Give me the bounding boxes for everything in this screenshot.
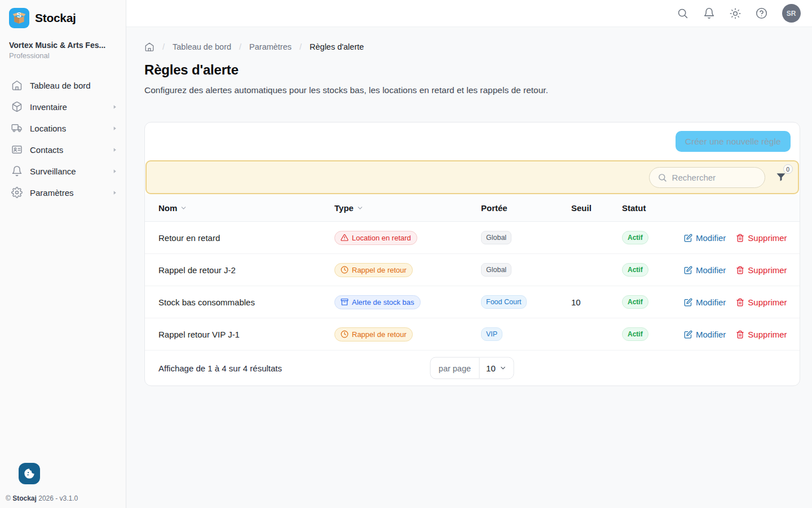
home-icon <box>11 80 23 91</box>
trash-icon <box>736 266 744 274</box>
chevron-right-icon <box>112 190 118 196</box>
create-rule-button[interactable]: Créer une nouvelle règle <box>676 131 791 152</box>
scope-chip: Global <box>481 263 511 277</box>
sidebar-item-label: Inventaire <box>30 102 67 112</box>
copyright-symbol: © <box>6 494 11 502</box>
search-input[interactable] <box>672 173 745 182</box>
cube-icon <box>11 101 23 112</box>
stock-bin-icon <box>341 298 348 306</box>
status-badge: Actif <box>622 263 648 277</box>
organization-plan: Professional <box>9 51 117 60</box>
edit-button[interactable]: Modifier <box>684 265 726 275</box>
search-icon[interactable] <box>677 7 689 19</box>
breadcrumb-current: Règles d'alerte <box>310 42 364 51</box>
delete-button[interactable]: Supprimer <box>736 330 787 339</box>
edit-button[interactable]: Modifier <box>684 330 726 339</box>
filter-count-badge: 0 <box>783 164 793 174</box>
sidebar-item-contacts[interactable]: Contacts <box>0 139 126 160</box>
trash-icon <box>736 234 744 242</box>
footer-version: 2026 - v3.1.0 <box>38 494 78 502</box>
pagination-bar: Affichage de 1 à 4 sur 4 résultats par p… <box>145 351 800 386</box>
per-page-select[interactable]: 10 <box>479 358 514 379</box>
threshold-value: 10 <box>571 297 622 307</box>
chevron-right-icon <box>112 168 118 174</box>
cookie-settings-button[interactable] <box>19 463 40 484</box>
results-summary: Affichage de 1 à 4 sur 4 résultats <box>145 364 282 373</box>
table-header: Nom Type Portée Seuil Statut <box>145 194 800 222</box>
chevron-right-icon <box>112 147 118 153</box>
sidebar-item-label: Tableau de bord <box>30 81 91 90</box>
breadcrumb-dashboard[interactable]: Tableau de bord <box>173 42 231 51</box>
gear-icon <box>11 187 23 198</box>
chevron-down-icon <box>500 365 507 372</box>
sidebar-item-dashboard[interactable]: Tableau de bord <box>0 75 126 96</box>
per-page-control: par page 10 <box>430 357 514 379</box>
sidebar-bottom: © Stockaj 2026 - v3.1.0 <box>0 463 126 508</box>
main-area: SR / Tableau de bord / Paramètres / Règl… <box>126 0 812 508</box>
table-row: Rappel retour VIP J-1 Rappel de retour V… <box>145 318 800 351</box>
card-toolbar: Créer une nouvelle règle <box>145 122 800 160</box>
edit-pencil-icon <box>684 234 692 242</box>
column-header-threshold: Seuil <box>571 203 622 213</box>
clock-icon <box>341 266 348 274</box>
sidebar-item-label: Contacts <box>30 145 63 155</box>
organization-block: Vortex Music & Arts Fes... Professional <box>0 33 126 60</box>
sort-chevron-icon <box>356 204 364 212</box>
rule-name: Retour en retard <box>145 233 334 243</box>
brand-name: Stockaj <box>35 11 76 25</box>
type-badge-late-rental: Location en retard <box>334 231 417 245</box>
search-field[interactable] <box>649 167 765 188</box>
chevron-right-icon <box>112 125 118 132</box>
column-header-status: Statut <box>622 203 684 213</box>
stockaj-logo-icon: S <box>9 8 29 28</box>
user-avatar[interactable]: SR <box>782 4 801 23</box>
brand-header[interactable]: S Stockaj <box>0 0 126 33</box>
scope-chip: VIP <box>481 327 502 341</box>
footer-brand: Stockaj <box>12 494 37 502</box>
sidebar-item-label: Surveillance <box>30 167 76 176</box>
edit-pencil-icon <box>684 266 692 274</box>
breadcrumb-separator: / <box>162 42 165 51</box>
page-title: Règles d'alerte <box>144 62 800 78</box>
trash-icon <box>736 330 744 339</box>
scope-chip: Food Court <box>481 295 527 309</box>
type-badge-low-stock: Alerte de stock bas <box>334 295 421 309</box>
filter-funnel-icon[interactable]: 0 <box>774 170 788 184</box>
filter-bar: 0 <box>145 160 799 194</box>
rule-name: Stock bas consommables <box>145 297 334 307</box>
sidebar-item-rentals[interactable]: Locations <box>0 117 126 139</box>
page-subtitle: Configurez des alertes automatiques pour… <box>144 85 800 95</box>
column-header-type[interactable]: Type <box>334 203 481 213</box>
status-badge: Actif <box>622 327 648 341</box>
sort-chevron-icon <box>180 204 187 212</box>
delete-button[interactable]: Supprimer <box>736 265 787 275</box>
sidebar-item-inventory[interactable]: Inventaire <box>0 96 126 117</box>
help-icon[interactable] <box>756 7 767 19</box>
breadcrumb-separator: / <box>239 42 241 51</box>
breadcrumb-home-icon[interactable] <box>144 42 155 52</box>
edit-button[interactable]: Modifier <box>684 297 726 307</box>
truck-icon <box>11 122 23 134</box>
bell-icon <box>11 165 23 177</box>
table-row: Stock bas consommables Alerte de stock b… <box>145 286 800 318</box>
svg-text:S: S <box>17 11 21 19</box>
status-badge: Actif <box>622 231 648 244</box>
notifications-bell-icon[interactable] <box>703 7 715 19</box>
trash-icon <box>736 298 744 306</box>
sidebar-item-settings[interactable]: Paramètres <box>0 182 126 203</box>
rule-name: Rappel retour VIP J-1 <box>145 330 334 339</box>
edit-button[interactable]: Modifier <box>684 233 726 243</box>
warning-triangle-icon <box>341 234 348 242</box>
delete-button[interactable]: Supprimer <box>736 297 787 307</box>
sidebar-item-monitoring[interactable]: Surveillance <box>0 160 126 182</box>
alert-rules-card: Créer une nouvelle règle 0 Nom <box>144 122 800 386</box>
theme-toggle-sun-icon[interactable] <box>730 8 741 19</box>
sidebar-nav: Tableau de bord Inventaire Locations Con… <box>0 75 126 203</box>
scope-chip: Global <box>481 231 511 244</box>
column-header-scope: Portée <box>481 203 571 213</box>
id-card-icon <box>11 144 23 155</box>
breadcrumb-settings[interactable]: Paramètres <box>249 42 292 51</box>
delete-button[interactable]: Supprimer <box>736 233 787 243</box>
sidebar: S Stockaj Vortex Music & Arts Fes... Pro… <box>0 0 126 508</box>
column-header-name[interactable]: Nom <box>145 203 334 213</box>
